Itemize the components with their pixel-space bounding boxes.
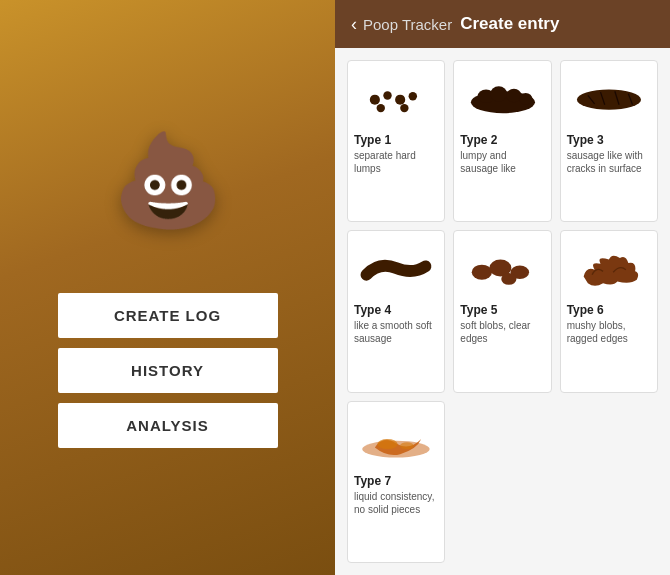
type-1-card[interactable]: Type 1 separate hard lumps [347,60,445,222]
svg-point-4 [377,104,385,112]
type-1-name: Type 1 [354,133,391,147]
svg-point-1 [384,91,392,99]
type-7-card[interactable]: Type 7 liquid consistency, no solid piec… [347,401,445,563]
svg-point-0 [370,95,380,105]
type-2-desc: lumpy and sausage like [460,149,544,175]
left-buttons: CREATE LOG HISTORY ANALYSIS [58,293,278,448]
history-button[interactable]: HISTORY [58,348,278,393]
types-grid: Type 1 separate hard lumps Type 2 lumpy … [335,48,670,575]
page-title: Create entry [460,14,559,34]
type-4-image [354,237,438,299]
svg-point-8 [490,86,507,101]
type-6-name: Type 6 [567,303,604,317]
left-panel: 💩 CREATE LOG HISTORY ANALYSIS [0,0,335,575]
type-6-card[interactable]: Type 6 mushy blobs, ragged edges [560,230,658,392]
app-title: Poop Tracker [363,16,452,33]
type-7-desc: liquid consistency, no solid pieces [354,490,438,516]
type-2-card[interactable]: Type 2 lumpy and sausage like [453,60,551,222]
type-3-image [567,67,651,129]
type-1-image [354,67,438,129]
type-7-image [354,408,438,470]
type-6-desc: mushy blobs, ragged edges [567,319,651,345]
type-5-card[interactable]: Type 5 soft blobs, clear edges [453,230,551,392]
svg-point-2 [395,95,405,105]
poop-icon: 💩 [112,128,224,233]
svg-point-22 [400,442,413,449]
type-5-name: Type 5 [460,303,497,317]
type-6-image [567,237,651,299]
type-7-name: Type 7 [354,474,391,488]
type-1-desc: separate hard lumps [354,149,438,175]
type-5-desc: soft blobs, clear edges [460,319,544,345]
type-4-desc: like a smooth soft sausage [354,319,438,345]
type-4-card[interactable]: Type 4 like a smooth soft sausage [347,230,445,392]
svg-point-21 [378,439,398,449]
back-arrow-icon[interactable]: ‹ [351,14,357,35]
svg-point-16 [471,265,491,280]
type-4-name: Type 4 [354,303,391,317]
type-5-image [460,237,544,299]
type-3-desc: sausage like with cracks in surface [567,149,651,175]
svg-point-5 [400,104,408,112]
create-log-button[interactable]: CREATE LOG [58,293,278,338]
svg-point-19 [501,273,516,285]
right-panel: ‹ Poop Tracker Create entry Type 1 separ… [335,0,670,575]
type-3-card[interactable]: Type 3 sausage like with cracks in surfa… [560,60,658,222]
svg-point-11 [577,90,641,110]
analysis-button[interactable]: ANALYSIS [58,403,278,448]
type-2-image [460,67,544,129]
type-3-name: Type 3 [567,133,604,147]
type-2-name: Type 2 [460,133,497,147]
svg-point-3 [409,92,417,100]
svg-point-10 [519,93,532,105]
top-bar: ‹ Poop Tracker Create entry [335,0,670,48]
